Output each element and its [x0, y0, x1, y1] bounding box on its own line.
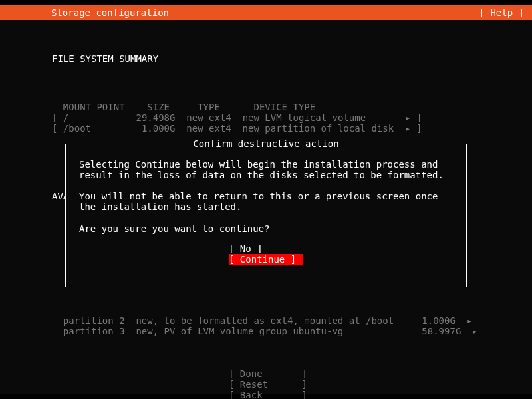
continue-button[interactable]: [ Continue ] — [229, 254, 303, 265]
chevron-right-icon: ▸ — [467, 315, 472, 326]
reset-button[interactable]: [ Reset ] — [229, 379, 303, 390]
header-bar: Storage configuration [ Help ] — [0, 5, 532, 20]
dialog-title: Confirm destructive action — [189, 138, 342, 149]
fs-summary-title: FILE SYSTEM SUMMARY — [52, 53, 480, 64]
partition-row[interactable]: partition 3 new, PV of LVM volume group … — [52, 326, 478, 336]
page-title: Storage configuration — [8, 5, 169, 20]
dialog-body: Selecting Continue below will begin the … — [79, 159, 453, 234]
back-button[interactable]: [ Back ] — [229, 390, 303, 399]
fs-col-mount: MOUNT POINT SIZE TYPE DEVICE TYPE — [52, 102, 315, 112]
help-button[interactable]: [ Help ] — [479, 5, 524, 20]
done-button[interactable]: [ Done ] — [229, 368, 303, 379]
fs-row[interactable]: [ / 29.498G new ext4 new LVM logical vol… — [52, 112, 422, 123]
partition-row[interactable]: partition 2 new, to be formatted as ext4… — [52, 315, 472, 326]
chevron-right-icon: ▸ ] — [405, 123, 422, 134]
partition-list: partition 2 new, to be formatted as ext4… — [52, 305, 480, 347]
fs-summary-table: MOUNT POINT SIZE TYPE DEVICE TYPE [ / 29… — [52, 90, 480, 144]
no-button[interactable]: [ No ] — [229, 243, 303, 254]
chevron-right-icon: ▸ ] — [405, 112, 422, 123]
footer-buttons: [ Done ] [ Reset ] [ Back ] — [0, 358, 532, 399]
confirm-dialog: Confirm destructive action Selecting Con… — [65, 144, 467, 287]
dialog-buttons: [ No ] [ Continue ] — [79, 243, 453, 265]
chevron-right-icon: ▸ — [472, 326, 477, 336]
fs-row[interactable]: [ /boot 1.000G new ext4 new partition of… — [52, 123, 422, 134]
